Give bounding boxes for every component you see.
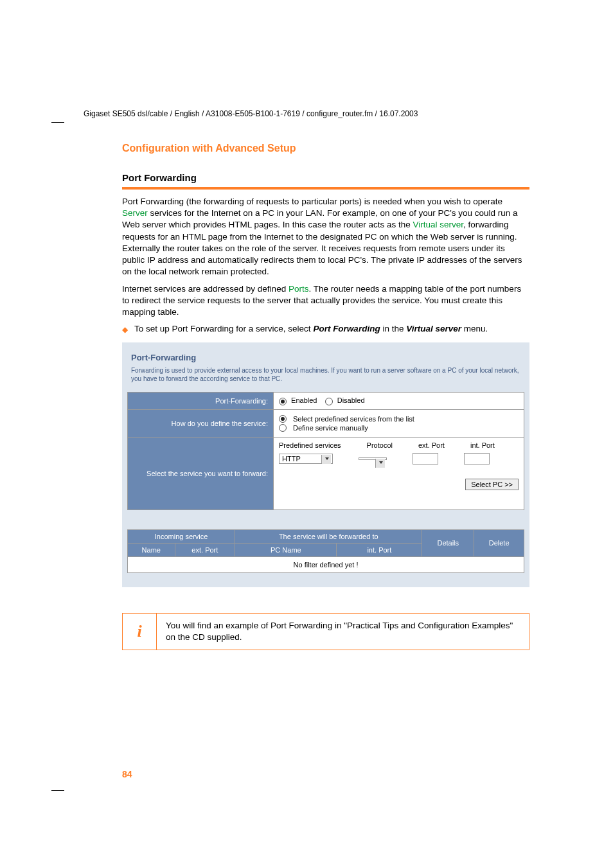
row-label: How do you define the service:	[128, 409, 274, 437]
chevron-down-icon	[325, 457, 329, 460]
section-title: Configuration with Advanced Setup	[122, 143, 529, 154]
radio-manual[interactable]	[279, 424, 287, 432]
forwarding-list-table: Incoming service The service will be for…	[127, 529, 524, 573]
radio-enabled[interactable]	[279, 398, 287, 405]
bullet-item: ◆ To set up Port Forwarding for a servic…	[122, 323, 529, 335]
document-header: Gigaset SE505 dsl/cable / English / A310…	[84, 109, 529, 118]
col-header: Predefined services	[279, 441, 341, 449]
info-icon: i	[123, 614, 157, 650]
col-header: PC Name	[235, 543, 337, 556]
text: in the	[380, 324, 407, 333]
paragraph-2: Internet services are addressed by defin…	[122, 283, 529, 319]
paragraph-1: Port Forwarding (the forwarding of reque…	[122, 196, 529, 278]
radio-label: Select predefined services from the list	[293, 415, 414, 423]
select-pc-button[interactable]: Select PC >>	[465, 479, 519, 490]
ext-port-input[interactable]	[413, 453, 438, 465]
screenshot-panel: Port-Forwarding Forwarding is used to pr…	[122, 342, 529, 587]
col-header-delete: Delete	[474, 529, 524, 556]
col-header: ext. Port	[418, 441, 445, 449]
empty-state-row: No filter defined yet !	[128, 556, 524, 572]
radio-disabled[interactable]	[325, 398, 333, 405]
text: Internet services are addressed by defin…	[122, 284, 289, 294]
chevron-down-icon	[379, 461, 383, 464]
bullet-text: To set up Port Forwarding for a service,…	[134, 323, 488, 335]
panel-title: Port-Forwarding	[131, 353, 524, 362]
page-number: 84	[122, 769, 132, 779]
col-group-header: Incoming service	[128, 529, 235, 543]
info-box: i You will find an example of Port Forwa…	[122, 613, 529, 650]
col-group-header: The service will be forwarded to	[235, 529, 422, 543]
info-text: You will find an example of Port Forward…	[157, 614, 529, 650]
radio-label: Define service manually	[293, 424, 368, 432]
text: menu.	[461, 324, 488, 333]
divider	[122, 187, 529, 190]
col-header-details: Details	[422, 529, 474, 556]
radio-label: Enabled	[291, 396, 317, 404]
protocol-select[interactable]	[359, 457, 387, 460]
col-header: Protocol	[367, 441, 393, 449]
radio-label: Disabled	[337, 396, 365, 404]
int-port-input[interactable]	[464, 453, 490, 465]
row-label: Select the service you want to forward:	[128, 437, 274, 509]
predefined-service-select[interactable]: HTTP	[279, 454, 333, 464]
subsection-title: Port Forwarding	[122, 172, 529, 183]
config-table: Port-Forwarding: Enabled Disabled How do…	[127, 392, 524, 509]
row-label: Port-Forwarding:	[128, 393, 274, 409]
col-header: int. Port	[470, 441, 495, 449]
col-header: Name	[128, 543, 175, 556]
panel-description: Forwarding is used to provide external a…	[131, 366, 520, 383]
radio-predefined[interactable]	[279, 415, 287, 423]
glossary-link-ports[interactable]: Ports	[289, 284, 309, 294]
text: Port Forwarding (the forwarding of reque…	[122, 197, 502, 206]
text: To set up Port Forwarding for a service,…	[134, 324, 313, 333]
emphasis: Port Forwarding	[313, 324, 380, 333]
glossary-link-virtual-server[interactable]: Virtual server	[413, 220, 463, 229]
emphasis: Virtual server	[406, 324, 461, 333]
col-header: ext. Port	[175, 543, 235, 556]
glossary-link-server[interactable]: Server	[122, 208, 148, 218]
col-header: int. Port	[337, 543, 422, 556]
select-value: HTTP	[282, 455, 301, 463]
bullet-icon: ◆	[122, 325, 128, 334]
